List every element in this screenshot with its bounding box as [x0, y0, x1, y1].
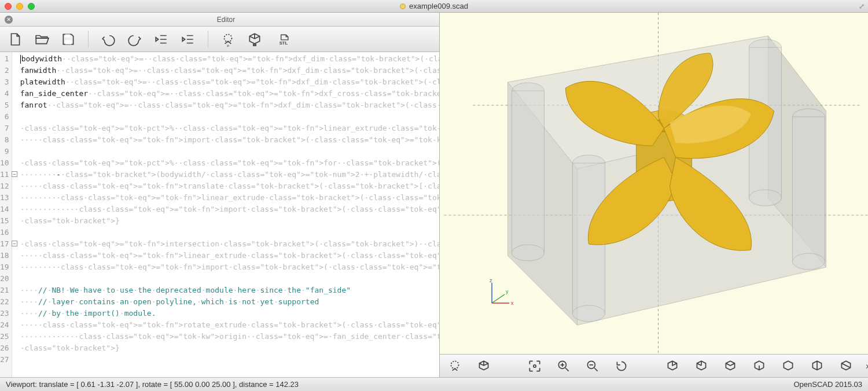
svg-rect-0: [65, 34, 71, 37]
code-line[interactable]: bodywidth··class="tok-eq">=··class·class…: [20, 53, 439, 65]
editor-header: ✕ Editor: [0, 13, 439, 27]
preview-icon: »: [220, 32, 236, 47]
svg-point-26: [534, 364, 536, 367]
svg-text:»: »: [227, 43, 230, 47]
folder-open-icon: [34, 32, 49, 47]
editor-toolbar: » STL: [0, 27, 439, 52]
fold-toggle[interactable]: −: [12, 241, 17, 246]
code-line[interactable]: ·········class·class="tok-eq">="tok-fn">…: [20, 261, 439, 273]
new-button[interactable]: [6, 30, 24, 49]
code-line[interactable]: fan_side_center··class="tok-eq">=··class…: [20, 88, 439, 99]
code-line[interactable]: [20, 227, 439, 238]
save-button[interactable]: [59, 30, 78, 49]
redo-button[interactable]: [126, 30, 144, 49]
svg-point-10: [512, 245, 544, 261]
window-title: example009.scad: [400, 2, 468, 10]
cube-view-icon: [838, 359, 854, 374]
axis-x-label: x: [511, 300, 514, 306]
code-line[interactable]: ·····class·class="tok-eq">="tok-fn">tran…: [20, 180, 439, 192]
window-title-text: example009.scad: [409, 2, 468, 10]
view-all-icon: [527, 359, 542, 374]
export-stl-button[interactable]: STL: [272, 30, 295, 49]
workspace: ✕ Editor: [0, 13, 868, 377]
svg-point-25: [451, 361, 459, 368]
cube-view-icon: [810, 359, 825, 374]
indent-button[interactable]: [179, 30, 197, 49]
code-line[interactable]: ·class·class="tok-eq">="tok-fn">intersec…: [20, 238, 439, 250]
render-cube-icon: [247, 32, 262, 47]
close-window-button[interactable]: [5, 3, 12, 10]
code-line[interactable]: [20, 273, 439, 285]
code-content[interactable]: bodywidth··class="tok-eq">=··class·class…: [12, 52, 439, 377]
toolbar-overflow-button[interactable]: »: [866, 361, 868, 371]
vt-reset-button[interactable]: [612, 357, 631, 375]
code-line[interactable]: ·····class·class="tok-eq">="tok-fn">rota…: [20, 319, 439, 331]
editor-header-label: Editor: [17, 16, 435, 24]
app-version: OpenSCAD 2015.03: [793, 380, 862, 389]
render-button[interactable]: [245, 30, 264, 49]
indent-icon: [181, 32, 196, 47]
zoom-window-button[interactable]: [28, 3, 35, 10]
fullscreen-icon[interactable]: ⤢: [859, 2, 865, 10]
code-line[interactable]: platewidth··class="tok-eq">=··class·clas…: [20, 76, 439, 88]
minimize-window-button[interactable]: [16, 3, 23, 10]
code-line[interactable]: ····//·by·the·import()·module.: [20, 308, 439, 319]
code-line[interactable]: ·class·class="tok-eq">="tok-pct">%··clas…: [20, 157, 439, 169]
svg-point-13: [749, 190, 781, 206]
svg-text:STL: STL: [279, 40, 288, 45]
vt-view4-button[interactable]: [750, 357, 768, 375]
code-line[interactable]: ·class="tok-bracket">}: [20, 215, 439, 227]
code-line[interactable]: ····//·layer·contains·an·open·polyline,·…: [20, 296, 439, 308]
code-line[interactable]: ········-·class="tok-bracket">(bodywidth…: [20, 169, 439, 180]
preview-button[interactable]: »: [219, 30, 237, 49]
open-button[interactable]: [32, 30, 51, 49]
code-line[interactable]: ·············class·class="tok-eq">="tok-…: [20, 331, 439, 342]
code-line[interactable]: fanwidth··class="tok-eq">=··class·class=…: [20, 65, 439, 76]
vt-view3-button[interactable]: [721, 357, 740, 375]
vt-view6-button[interactable]: [808, 357, 826, 375]
statusbar: Viewport: translate = [ 0.61 -1.31 -2.07…: [0, 377, 868, 391]
vt-zoomout-button[interactable]: [583, 357, 602, 375]
vt-view5-button[interactable]: [779, 357, 797, 375]
save-icon: [61, 32, 76, 47]
unindent-button[interactable]: [152, 30, 171, 49]
code-line[interactable]: [20, 146, 439, 157]
vt-viewall-button[interactable]: [525, 357, 544, 375]
code-line[interactable]: [20, 354, 439, 366]
axis-y-label: y: [506, 289, 509, 294]
axis-gizmo: x y z: [480, 277, 515, 313]
code-line[interactable]: ·····class·class="tok-eq">="tok-fn">line…: [20, 250, 439, 261]
viewport-toolbar: »: [440, 354, 868, 377]
vt-zoomin-button[interactable]: [554, 357, 573, 375]
reset-view-icon: [614, 359, 629, 374]
editor-pane: ✕ Editor: [0, 13, 440, 377]
vt-view2-button[interactable]: [692, 357, 711, 375]
document-icon: [8, 32, 23, 47]
code-editor[interactable]: 1234567891011−121314151617−1819202122232…: [0, 52, 439, 377]
vt-view7-button[interactable]: [837, 357, 855, 375]
zoom-out-icon: [585, 359, 600, 374]
vt-view1-button[interactable]: [663, 357, 682, 375]
code-line[interactable]: ·············class·class="tok-eq">="tok-…: [20, 204, 439, 215]
undo-icon: [101, 32, 116, 47]
code-line[interactable]: fanrot··class="tok-eq">=··class·class="t…: [20, 99, 439, 111]
document-modified-icon: [400, 3, 406, 9]
code-line[interactable]: ····//·NB!·We·have·to·use·the·deprecated…: [20, 285, 439, 296]
code-line[interactable]: ·········class·class="tok-eq">="tok-fn">…: [20, 192, 439, 204]
code-line[interactable]: ·····class·class="tok-eq">="tok-fn">impo…: [20, 134, 439, 146]
unindent-icon: [154, 32, 169, 47]
cube-view-icon: [781, 359, 796, 374]
zoom-in-icon: [556, 359, 571, 374]
undo-button[interactable]: [99, 30, 117, 49]
code-line[interactable]: [20, 111, 439, 123]
svg-point-19: [792, 253, 825, 270]
code-line[interactable]: ·class="tok-bracket">}: [20, 342, 439, 354]
vt-preview-button[interactable]: [446, 357, 464, 375]
vt-render-button[interactable]: [475, 357, 493, 375]
fold-toggle[interactable]: −: [12, 171, 17, 177]
window-controls: [5, 3, 35, 10]
3d-viewport[interactable]: x y z: [440, 13, 868, 354]
svg-rect-9: [512, 91, 544, 253]
code-line[interactable]: ·class·class="tok-eq">="tok-pct">%··clas…: [20, 123, 439, 134]
editor-close-button[interactable]: ✕: [5, 16, 13, 24]
